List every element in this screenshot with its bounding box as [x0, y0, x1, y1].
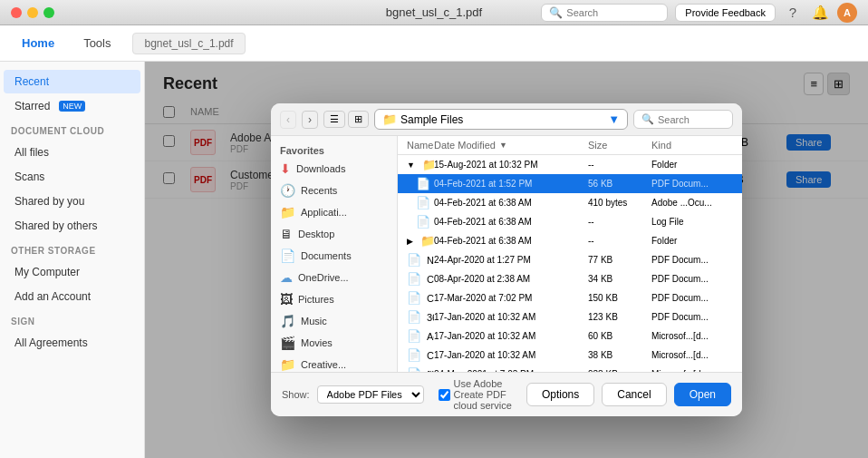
list-view-modal-button[interactable]: ☰: [323, 111, 345, 128]
file-row-new-client[interactable]: 📄 New Client On-boarding (1).pdf 24-Apr-…: [398, 250, 742, 269]
expand-arrow: ▼: [407, 161, 415, 170]
search-input[interactable]: [566, 7, 660, 18]
file-size: 150 KB: [588, 293, 651, 303]
modal-col-headers: Name Date Modified ▼ Size Kind: [398, 136, 742, 155]
help-icon[interactable]: ?: [783, 3, 803, 23]
starred-label: Starred: [14, 100, 50, 112]
folder-icon: 📁: [382, 112, 397, 126]
modal-sidebar-item-creative[interactable]: 📁 Creative...: [271, 354, 397, 372]
file-row-test3-pbx[interactable]: 📄 test3.pbx 04-Feb-2021 at 6:38 AM 410 b…: [398, 193, 742, 212]
location-dropdown-icon[interactable]: ▼: [608, 112, 620, 126]
file-date: 17-Jan-2020 at 10:32 AM: [434, 312, 588, 322]
sidebar-item-allfiles[interactable]: All files: [4, 141, 140, 164]
location-bar[interactable]: 📁 Sample Files ▼: [374, 109, 628, 130]
file-row-form3a[interactable]: 📄 form3A.pdf 04-Feb-2021 at 1:52 PM 56 K…: [398, 174, 742, 193]
file-row-test3[interactable]: ▶ 📁 test3 04-Feb-2021 at 6:38 AM -- Fold…: [398, 231, 742, 250]
show-select[interactable]: Adobe PDF Files: [317, 385, 424, 404]
pictures-icon: 🖼: [280, 292, 293, 307]
cloud-service-checkbox[interactable]: [439, 389, 450, 401]
tab-tools[interactable]: Tools: [76, 33, 118, 54]
modal-sidebar-item-downloads[interactable]: ⬇ Downloads: [271, 158, 397, 180]
modal-sidebar-item-applications[interactable]: 📁 Applicati...: [271, 201, 397, 223]
topnav: Home Tools bgnet_usl_c_1.pdf: [0, 25, 868, 62]
modal-sidebar: Favorites ⬇ Downloads 🕐 Recents 📁 Applic…: [271, 136, 398, 372]
file-kind: PDF Docum...: [651, 274, 733, 284]
doc-cloud-section: DOCUMENT CLOUD: [0, 119, 144, 140]
sidebar-item-shared-by-you[interactable]: Shared by you: [4, 190, 140, 213]
forward-button[interactable]: ›: [302, 111, 318, 129]
close-button[interactable]: [11, 7, 22, 18]
cloud-service-option: Use Adobe Create PDF cloud service: [439, 378, 519, 411]
file-date: 04-Feb-2021 at 1:52 PM: [434, 179, 588, 189]
modal-overlay: ‹ › ☰ ⊞ 📁 Sample Files ▼ 🔍: [145, 62, 868, 458]
sidebar-item-shared-by-others[interactable]: Shared by others: [4, 214, 140, 238]
avatar[interactable]: A: [837, 3, 857, 23]
sidebar-item-allagreements[interactable]: All Agreements: [4, 331, 140, 355]
content-area: Recent ≡ ⊞ NAME SHARING OPENED SIZE PDF …: [145, 62, 868, 458]
modal-search[interactable]: 🔍: [633, 110, 733, 129]
column-view-modal-button[interactable]: ⊞: [348, 111, 369, 128]
back-button[interactable]: ‹: [280, 111, 296, 129]
modal-sidebar-item-music[interactable]: 🎵 Music: [271, 310, 397, 332]
folder-icon: 📁: [420, 234, 434, 248]
cancel-button[interactable]: Cancel: [602, 383, 666, 406]
file-kind: Microsof...[d...: [651, 331, 733, 341]
sidebar-item-addaccount[interactable]: Add an Account: [4, 285, 140, 308]
main-layout: Recent Starred NEW DOCUMENT CLOUD All fi…: [0, 62, 868, 458]
open-button[interactable]: Open: [674, 383, 731, 406]
sign-section: SIGN: [0, 309, 144, 330]
tab-home[interactable]: Home: [14, 33, 62, 54]
file-kind: Microsof...[d...: [651, 350, 733, 360]
modal-search-icon: 🔍: [641, 113, 654, 125]
file-row-sample-forms[interactable]: ▼ 📁 Sample forms 15-Aug-2021 at 10:32 PM…: [398, 155, 742, 174]
file-size: 938 KB: [588, 369, 651, 372]
pdf-icon: 📄: [407, 272, 421, 286]
file-kind: Folder: [651, 236, 733, 246]
pdf-icon: 📄: [407, 291, 421, 305]
file-size: --: [588, 160, 651, 170]
file-date: 17-Jan-2020 at 10:32 AM: [434, 350, 588, 360]
maximize-button[interactable]: [43, 7, 54, 18]
file-size: 56 KB: [588, 179, 651, 189]
global-search[interactable]: 🔍: [541, 4, 668, 22]
pdf-icon: 📄: [407, 310, 421, 324]
notifications-icon[interactable]: 🔔: [810, 3, 830, 23]
file-row-test3-log[interactable]: 📄 test3.log 04-Feb-2021 at 6:38 AM -- Lo…: [398, 212, 742, 231]
file-row-file-example[interactable]: 📄 file-example_PDF1MB.docx 24-May-2021 a…: [398, 365, 742, 372]
file-row-customer-incident[interactable]: 📄 Customer Incident.pdf 08-Apr-2020 at 2…: [398, 269, 742, 288]
sidebar-item-starred[interactable]: Starred NEW: [4, 94, 140, 118]
file-row-360-feedback[interactable]: 📄 360 Degree Feedback 2.pdf 17-Jan-2020 …: [398, 307, 742, 326]
titlebar-right: 🔍 Provide Feedback ? 🔔 A: [541, 3, 857, 23]
file-kind: PDF Docum...: [651, 312, 733, 322]
file-row-admissions-2[interactable]: 📄 Admissions Application 2.docx 17-Jan-2…: [398, 326, 742, 346]
sidebar-item-mycomputer[interactable]: My Computer: [4, 260, 140, 284]
sidebar-item-scans[interactable]: Scans: [4, 165, 140, 189]
modal-sidebar-item-pictures[interactable]: 🖼 Pictures: [271, 288, 397, 310]
modal-toolbar: ‹ › ☰ ⊞ 📁 Sample Files ▼ 🔍: [271, 103, 742, 136]
file-date: 17-Jan-2020 at 10:32 AM: [434, 331, 588, 341]
feedback-button[interactable]: Provide Feedback: [675, 4, 776, 22]
file-row-cust-survey-docx[interactable]: 📄 Customer Satisfaction Survey 2.docx 17…: [398, 346, 742, 365]
file-date: 04-Feb-2021 at 6:38 AM: [434, 198, 588, 208]
file-row-cust-survey[interactable]: 📄 Customer Satisfaction Survey 2.pdf 17-…: [398, 288, 742, 307]
favorites-label: Favorites: [271, 141, 397, 158]
modal-sidebar-item-onedrive[interactable]: ☁ OneDrive...: [271, 267, 397, 288]
cloud-service-label: Use Adobe Create PDF cloud service: [454, 378, 519, 411]
modal-sidebar-item-desktop[interactable]: 🖥 Desktop: [271, 223, 397, 245]
applications-icon: 📁: [280, 205, 295, 219]
file-date: 04-Feb-2021 at 6:38 AM: [434, 217, 588, 227]
minimize-button[interactable]: [27, 7, 38, 18]
downloads-icon: ⬇: [280, 161, 291, 176]
music-icon: 🎵: [280, 314, 295, 328]
breadcrumb: bgnet_usl_c_1.pdf: [132, 33, 245, 54]
kind-col: Kind: [651, 140, 733, 151]
sidebar-item-recent[interactable]: Recent: [4, 70, 140, 93]
options-button[interactable]: Options: [526, 383, 594, 406]
file-size: 38 KB: [588, 350, 651, 360]
modal-sidebar-item-documents[interactable]: 📄 Documents: [271, 245, 397, 267]
file-kind: Microsof...[d...: [651, 369, 733, 372]
modal-sidebar-item-movies[interactable]: 🎬 Movies: [271, 332, 397, 354]
modal-search-input[interactable]: [658, 114, 725, 125]
modal-sidebar-item-recents[interactable]: 🕐 Recents: [271, 180, 397, 201]
pdf-icon: 📄: [416, 177, 430, 190]
